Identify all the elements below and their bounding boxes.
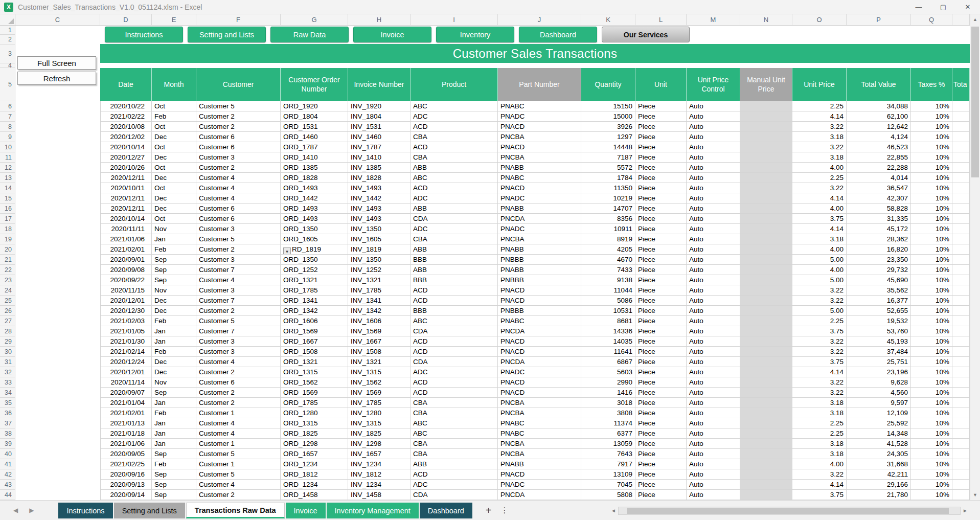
cell[interactable]: 14707 [581, 204, 635, 214]
cell[interactable]: Auto [687, 275, 740, 285]
cell[interactable]: Customer 1 [196, 408, 281, 418]
cell[interactable]: ABB [411, 163, 498, 173]
cell[interactable] [952, 234, 970, 244]
cell[interactable]: 4.14 [792, 193, 847, 204]
nav-button-instructions[interactable]: Instructions [105, 27, 183, 42]
cell[interactable]: 8356 [581, 214, 635, 224]
cell[interactable]: ORD_1350 [281, 255, 348, 265]
cell[interactable]: Customer 7 [196, 265, 281, 275]
cell[interactable]: ACD [411, 336, 498, 347]
cell[interactable]: Sep [152, 480, 196, 490]
cell[interactable]: Auto [687, 357, 740, 367]
cell[interactable]: 9138 [581, 275, 635, 285]
cell[interactable]: Piece [635, 428, 687, 439]
cell[interactable] [952, 122, 970, 132]
cell[interactable]: 2020/12/27 [100, 152, 152, 163]
cell[interactable] [952, 367, 970, 377]
cell[interactable] [952, 255, 970, 265]
cell[interactable]: ORD_1531 [281, 122, 348, 132]
cell[interactable]: 5603 [581, 367, 635, 377]
prev-sheet-icon[interactable]: ◀ [13, 507, 18, 514]
column-header-G[interactable]: G [281, 14, 348, 25]
cell[interactable] [740, 326, 792, 336]
cell[interactable]: ORD_1342 [281, 306, 348, 316]
cell[interactable]: Sep [152, 388, 196, 398]
col-c-cell[interactable] [15, 122, 100, 132]
col-c-cell[interactable] [15, 204, 100, 214]
cell[interactable]: ORD_1785 [281, 285, 348, 296]
col-c-cell[interactable] [15, 418, 100, 428]
cell[interactable]: 4.14 [792, 111, 847, 122]
cell[interactable]: INV_1493 [348, 204, 411, 214]
cell[interactable] [740, 388, 792, 398]
cell[interactable]: 2020/10/26 [100, 163, 152, 173]
cell[interactable] [740, 490, 792, 500]
cell[interactable]: Auto [687, 152, 740, 163]
cell[interactable]: Piece [635, 173, 687, 183]
cell[interactable]: Piece [635, 377, 687, 388]
cell[interactable]: 19,532 [847, 316, 911, 326]
cell[interactable]: INV_1828 [348, 173, 411, 183]
cell[interactable]: 2021/02/01 [100, 408, 152, 418]
cell[interactable]: Piece [635, 275, 687, 285]
cell[interactable]: Auto [687, 132, 740, 142]
col-c-cell[interactable] [15, 316, 100, 326]
cell[interactable]: Piece [635, 142, 687, 152]
cell[interactable] [952, 204, 970, 214]
cell[interactable]: 2020/09/08 [100, 265, 152, 275]
cell[interactable]: 46,523 [847, 142, 911, 152]
cell[interactable]: 3.22 [792, 469, 847, 480]
cell[interactable]: INV_1458 [348, 490, 411, 500]
cell[interactable]: 10% [911, 306, 952, 316]
cell[interactable]: 5086 [581, 296, 635, 306]
col-c-cell[interactable] [15, 132, 100, 142]
row-header-24[interactable]: 24 [0, 285, 15, 296]
cell[interactable]: 5.00 [792, 275, 847, 285]
cell[interactable]: 2020/09/14 [100, 490, 152, 500]
cell[interactable]: Piece [635, 111, 687, 122]
cell[interactable]: Auto [687, 214, 740, 224]
cell[interactable] [740, 418, 792, 428]
cell[interactable]: PNACD [498, 469, 581, 480]
col-c-cell[interactable] [15, 326, 100, 336]
cell[interactable]: Auto [687, 204, 740, 214]
cell[interactable]: Feb [152, 408, 196, 418]
cell[interactable]: Customer 7 [196, 326, 281, 336]
cell[interactable]: 11641 [581, 347, 635, 357]
cell[interactable]: 4.14 [792, 367, 847, 377]
cell[interactable]: PNABC [498, 173, 581, 183]
cell[interactable]: Auto [687, 244, 740, 255]
cell[interactable]: INV_1315 [348, 418, 411, 428]
cell[interactable]: Piece [635, 122, 687, 132]
cell[interactable]: 23,350 [847, 255, 911, 265]
cell[interactable]: ABC [411, 101, 498, 111]
cell[interactable]: CBA [411, 408, 498, 418]
cell[interactable]: Customer 3 [196, 152, 281, 163]
cell[interactable]: 37,484 [847, 347, 911, 357]
cell[interactable]: Feb [152, 111, 196, 122]
col-c-cell[interactable] [15, 398, 100, 408]
cell[interactable]: Oct [152, 142, 196, 152]
row-header-11[interactable]: 11 [0, 152, 15, 163]
cell[interactable]: ORD_1442 [281, 193, 348, 204]
cell[interactable]: 15150 [581, 101, 635, 111]
cell[interactable] [952, 326, 970, 336]
cell[interactable]: Dec [152, 193, 196, 204]
cell[interactable]: Auto [687, 183, 740, 193]
cell[interactable]: Sep [152, 275, 196, 285]
cell[interactable]: 2020/12/11 [100, 193, 152, 204]
cell[interactable]: 10% [911, 418, 952, 428]
nav-button-dashboard[interactable]: Dashboard [519, 27, 597, 42]
cell[interactable]: Auto [687, 306, 740, 316]
cell[interactable]: Jan [152, 234, 196, 244]
cell[interactable]: Piece [635, 296, 687, 306]
cell[interactable]: Nov [152, 224, 196, 234]
col-c-cell[interactable] [15, 193, 100, 204]
cell[interactable]: 5808 [581, 490, 635, 500]
cell[interactable]: 10% [911, 439, 952, 449]
cell[interactable]: 10% [911, 336, 952, 347]
cell[interactable]: 7917 [581, 459, 635, 469]
cell[interactable] [952, 388, 970, 398]
row-header-33[interactable]: 33 [0, 377, 15, 388]
cell[interactable]: ORD_1341 [281, 296, 348, 306]
